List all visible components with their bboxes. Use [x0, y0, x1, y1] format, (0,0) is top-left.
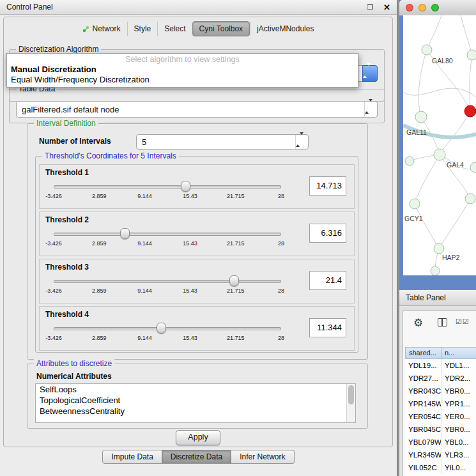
- threshold-block: Threshold 3-3.4262.8599.14415.4321.71528…: [39, 259, 355, 303]
- attributes-listbox[interactable]: SelfLoopsTopologicalCoefficientBetweenne…: [35, 383, 356, 423]
- control-panel-window: Control Panel ❐ ✕ NetworkStyleSelectCyni…: [0, 0, 397, 476]
- algorithm-option-equal-width-frequency-discretization[interactable]: Equal Width/Frequency Discretization: [7, 75, 358, 85]
- threshold-slider[interactable]: [54, 322, 281, 334]
- network-node[interactable]: [410, 199, 420, 209]
- tab-impute-data[interactable]: Impute Data: [102, 450, 162, 464]
- network-node[interactable]: [434, 243, 444, 254]
- slider-thumb[interactable]: [120, 228, 130, 239]
- tab-style[interactable]: Style: [127, 22, 158, 36]
- combo-stepper-icon[interactable]: [362, 65, 378, 82]
- traffic-light-zoom[interactable]: [431, 4, 439, 12]
- column-header-1[interactable]: n...: [441, 347, 476, 359]
- thresholds-group: Threshold's Coordinates for 5 Intervals …: [35, 156, 358, 353]
- table-cell: YLR3...: [441, 449, 476, 461]
- bottom-tabs: Impute DataDiscretize DataInfer Network: [0, 450, 397, 464]
- threshold-value-field[interactable]: 21.4: [309, 271, 346, 290]
- table-row[interactable]: YER054CYER0...: [405, 410, 476, 423]
- table-cell: YPR1...: [441, 397, 476, 410]
- algorithm-option-manual-discretization[interactable]: Manual Discretization: [7, 65, 358, 75]
- attribute-item[interactable]: SelfLoops: [36, 384, 355, 395]
- network-node[interactable]: [415, 111, 427, 123]
- table-row[interactable]: YDL19...YDL1...: [405, 359, 476, 372]
- table-row[interactable]: YLR345WYLR3...: [405, 449, 476, 461]
- slider-track: [54, 233, 281, 236]
- table-row[interactable]: YBL079WYBL0...: [405, 436, 476, 449]
- number-of-intervals-combobox[interactable]: 5: [136, 134, 309, 150]
- combo-stepper-icon[interactable]: [364, 102, 377, 117]
- network-node[interactable]: [465, 194, 475, 204]
- network-node[interactable]: [470, 162, 476, 173]
- table-rows: YDL19...YDL1...YDR27...YDR2...YBR043CYBR…: [405, 359, 476, 476]
- algorithm-dropdown-popup: Select algorithm to view settings Manual…: [6, 53, 358, 88]
- table-row[interactable]: YIL052CYIL0...: [405, 461, 476, 474]
- threshold-slider[interactable]: [54, 180, 281, 192]
- traffic-light-minimize[interactable]: [418, 4, 426, 12]
- tab-infer-network[interactable]: Infer Network: [231, 450, 294, 464]
- group-title: Discretization Algorithm: [16, 45, 101, 54]
- network-canvas[interactable]: GAL80GAL11GAL4GCY1HAP2: [403, 15, 476, 275]
- threshold-value-field[interactable]: 14.713: [309, 176, 346, 196]
- slider-track: [54, 280, 281, 283]
- table-row[interactable]: YPR145WYPR1...: [405, 397, 476, 410]
- attribute-item[interactable]: TopologicalCoefficient: [36, 395, 355, 406]
- table-header-row: shared...n...: [405, 347, 476, 359]
- combo-stepper-icon[interactable]: [295, 135, 308, 149]
- float-window-icon[interactable]: ❐: [367, 3, 373, 12]
- attributes-group: Attributes to discretize Numerical Attri…: [27, 364, 368, 429]
- attribute-item[interactable]: BetweennessCentrality: [36, 406, 355, 417]
- table-cell: YER0...: [441, 410, 476, 423]
- column-header-0[interactable]: shared...: [405, 347, 441, 359]
- close-icon[interactable]: ✕: [383, 3, 390, 12]
- network-graph: GAL80GAL11GAL4GCY1HAP2: [403, 15, 476, 275]
- table-data-combobox[interactable]: galFiltered.sif default node: [16, 101, 378, 118]
- scrollbar-thumb[interactable]: [348, 385, 354, 404]
- table-row[interactable]: YBR043CYBR0...: [405, 385, 476, 397]
- table-cell: YBR0...: [441, 385, 476, 397]
- gear-icon[interactable]: ⚙: [413, 316, 423, 331]
- threshold-slider[interactable]: [54, 275, 281, 286]
- tick-label: -3.426: [45, 193, 62, 199]
- select-rows-icon[interactable]: ☑☑: [456, 318, 470, 326]
- threshold-slider[interactable]: [54, 227, 281, 239]
- tab-discretize-data[interactable]: Discretize Data: [162, 450, 231, 464]
- tick-label: 2.859: [92, 335, 107, 341]
- slider-thumb[interactable]: [229, 275, 239, 286]
- network-node[interactable]: [434, 149, 445, 160]
- combo-value: galFiltered.sif default node: [22, 102, 119, 117]
- table-card: ⚙ ☑☑ shared...n... YDL19...YDL1...YDR27.…: [403, 311, 476, 476]
- dropdown-items: Manual DiscretizationEqual Width/Frequen…: [7, 65, 358, 85]
- table-row[interactable]: YBR045CYBR0...: [405, 423, 476, 436]
- network-node[interactable]: [431, 266, 440, 275]
- threshold-value-field[interactable]: 6.316: [309, 224, 346, 243]
- group-title: Threshold's Coordinates for 5 Intervals: [42, 151, 179, 160]
- threshold-value-field[interactable]: 11.344: [309, 318, 346, 337]
- scrollbar[interactable]: [346, 384, 355, 422]
- network-node-selected[interactable]: [464, 105, 476, 117]
- tab-network[interactable]: Network: [76, 22, 127, 36]
- number-of-intervals-label: Number of Intervals: [39, 137, 111, 146]
- columns-icon[interactable]: [438, 318, 447, 326]
- table-cell: YIL0...: [441, 461, 476, 474]
- tab-select[interactable]: Select: [157, 22, 192, 36]
- network-node[interactable]: [405, 157, 414, 165]
- interval-definition-group: Interval Definition Number of Intervals …: [27, 123, 368, 360]
- network-node[interactable]: [422, 45, 432, 55]
- tick-label: 15.43: [183, 193, 197, 199]
- apply-button[interactable]: Apply: [176, 430, 220, 445]
- network-node[interactable]: [467, 50, 476, 60]
- slider-thumb[interactable]: [181, 181, 190, 192]
- tab-label: Cyni Toolbox: [199, 24, 243, 33]
- slider-thumb[interactable]: [157, 323, 166, 334]
- table-cell: YBR043C: [405, 385, 441, 397]
- table-row[interactable]: YDR27...YDR2...: [405, 372, 476, 385]
- tick-label: 9.144: [137, 335, 152, 341]
- dropdown-hint: Select algorithm to view settings: [7, 55, 358, 65]
- traffic-light-close[interactable]: [406, 4, 413, 12]
- group-title: Interval Definition: [34, 119, 98, 128]
- table-toolbar: ⚙ ☑☑: [403, 315, 476, 332]
- slider-ticks: -3.4262.8599.14415.4321.71528: [54, 240, 281, 248]
- tab-jactivemnodules[interactable]: jActiveMNodules: [250, 22, 320, 36]
- threshold-block: Threshold 1-3.4262.8599.14415.4321.71528…: [39, 164, 355, 209]
- tab-cyni-toolbox[interactable]: Cyni Toolbox: [192, 21, 250, 36]
- tick-label: 15.43: [183, 288, 197, 294]
